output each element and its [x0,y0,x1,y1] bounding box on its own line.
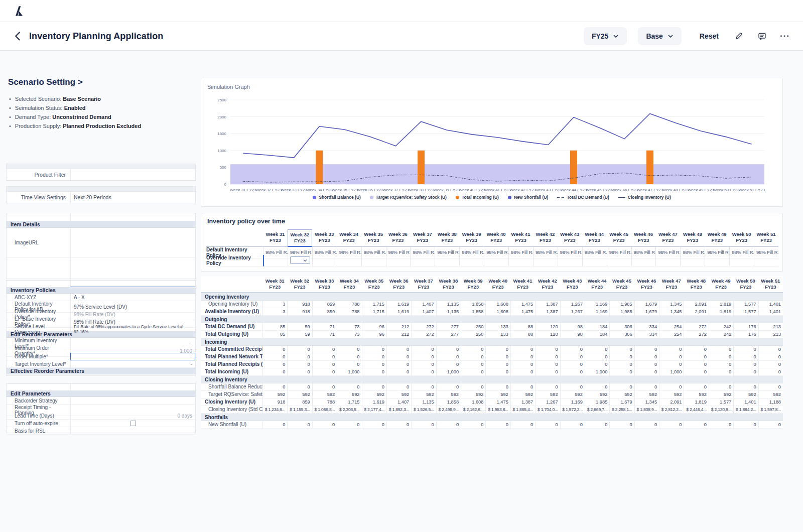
value-cell[interactable]: 1,985 [609,301,634,308]
value-cell[interactable]: 0 [560,368,585,376]
week-header[interactable]: Week 38FY23 [436,276,461,293]
value-cell[interactable]: 306 [609,323,634,331]
value-cell[interactable]: 242 [709,323,733,331]
value-cell[interactable]: 0 [436,346,461,353]
week-header[interactable]: Week 33FY23 [312,276,337,293]
policy-cell[interactable] [680,255,705,267]
value-cell[interactable]: 0 [262,421,287,429]
value-cell[interactable]: 0 [262,368,287,376]
value-cell[interactable]: $ 1,234,6... [262,406,287,414]
value-cell[interactable]: 272 [411,331,436,338]
value-cell[interactable]: 0 [312,368,337,376]
value-cell[interactable]: 0 [485,421,510,429]
value-cell[interactable]: 0 [287,346,312,353]
week-header[interactable]: Week 50FY23 [729,229,754,247]
value-cell[interactable]: 1,387 [535,301,560,308]
policy-cell[interactable] [312,255,337,267]
week-header[interactable]: Week 38FY23 [435,229,459,247]
value-cell[interactable]: 0 [560,346,585,353]
value-cell[interactable]: $ 1,865,4... [510,406,535,414]
value-cell[interactable]: 1,135 [436,301,461,308]
parameter-value[interactable]: - [70,353,195,360]
value-cell[interactable]: 213 [758,323,783,331]
value-cell[interactable]: 0 [337,421,361,429]
week-header[interactable]: Week 39FY23 [459,229,484,247]
value-cell[interactable]: 242 [709,331,733,338]
value-cell[interactable]: 0 [758,361,783,368]
value-cell[interactable]: 0 [733,368,758,376]
imageurl-value[interactable] [70,228,195,258]
value-cell[interactable]: 0 [287,368,312,376]
value-cell[interactable]: 0 [262,383,287,391]
policy-cell[interactable] [337,255,361,267]
value-cell[interactable]: 254 [659,323,684,331]
value-cell[interactable]: 0 [585,346,609,353]
week-header[interactable]: Week 34FY23 [337,229,361,247]
value-cell[interactable]: 592 [461,391,485,398]
week-header[interactable]: Week 51FY23 [754,229,778,247]
value-cell[interactable]: 0 [485,353,510,361]
time-view-value[interactable]: Next 20 Periods [70,192,195,203]
value-cell[interactable]: $ 1,892,3... [386,406,411,414]
value-cell[interactable]: 0 [609,421,634,429]
value-cell[interactable]: 0 [560,361,585,368]
policy-cell[interactable] [484,255,508,267]
value-cell[interactable]: 3 [262,301,287,308]
value-cell[interactable]: 859 [287,398,312,406]
parameter-value[interactable] [70,420,195,427]
value-cell[interactable]: 592 [560,391,585,398]
value-cell[interactable]: 1,401 [733,398,758,406]
value-cell[interactable]: 0 [362,383,386,391]
week-header[interactable]: Week 36FY23 [386,276,411,293]
value-cell[interactable]: 0 [535,368,560,376]
value-cell[interactable]: 0 [337,383,361,391]
value-cell[interactable]: 1,188 [758,398,783,406]
value-cell[interactable]: 0 [684,368,708,376]
auto-expire-checkbox[interactable] [130,421,136,426]
week-header[interactable]: Week 50FY23 [733,276,758,293]
value-cell[interactable]: 0 [312,383,337,391]
value-cell[interactable]: 0 [609,383,634,391]
value-cell[interactable]: 1,401 [758,308,783,316]
parameter-value[interactable] [70,427,195,435]
value-cell[interactable]: 0 [386,421,411,429]
value-cell[interactable]: 0 [485,368,510,376]
edit-pencil-icon[interactable] [733,30,745,42]
value-cell[interactable]: 0 [684,421,708,429]
policy-cell[interactable] [754,255,778,267]
value-cell[interactable]: 0 [535,421,560,429]
week-header[interactable]: Week 37FY23 [411,276,436,293]
value-cell[interactable]: 0 [634,368,659,376]
value-cell[interactable]: 592 [733,391,758,398]
value-cell[interactable]: 1,000 [585,368,609,376]
value-cell[interactable]: 176 [733,331,758,338]
value-cell[interactable]: 1,135 [436,308,461,316]
value-cell[interactable]: 1,169 [560,398,585,406]
value-cell[interactable]: 1,387 [510,398,535,406]
value-cell[interactable]: 0 [461,353,485,361]
week-header[interactable]: Week 32FY23 [288,229,312,247]
value-cell[interactable]: 0 [758,383,783,391]
week-header[interactable]: Week 44FY23 [582,229,607,247]
week-header[interactable]: Week 45FY23 [607,229,631,247]
value-cell[interactable]: 0 [510,421,535,429]
value-cell[interactable]: 0 [585,421,609,429]
value-cell[interactable]: 0 [634,421,659,429]
value-cell[interactable]: 1,267 [560,301,585,308]
value-cell[interactable]: 2,091 [684,301,708,308]
value-cell[interactable]: 1,577 [733,308,758,316]
value-cell[interactable]: 592 [535,391,560,398]
week-header[interactable]: Week 46FY23 [631,229,656,247]
value-cell[interactable]: 0 [411,353,436,361]
week-header[interactable]: Week 45FY23 [609,276,634,293]
value-cell[interactable]: $ 1,808,9... [634,406,659,414]
value-cell[interactable]: 0 [386,383,411,391]
value-cell[interactable]: 96 [362,331,386,338]
value-cell[interactable]: 0 [312,421,337,429]
policy-cell[interactable] [533,255,558,267]
value-cell[interactable]: 1,715 [337,398,361,406]
value-cell[interactable]: 0 [461,421,485,429]
week-header[interactable]: Week 46FY23 [634,276,659,293]
value-cell[interactable]: 120 [535,331,560,338]
back-chevron-icon[interactable] [12,30,24,42]
